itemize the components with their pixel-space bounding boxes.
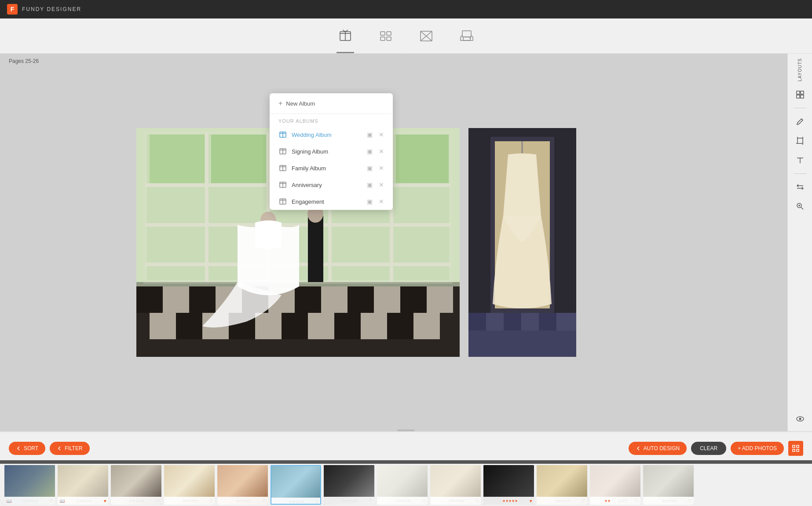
grid-view-btn[interactable] xyxy=(788,441,803,456)
heart-10[interactable]: ♥ xyxy=(530,499,532,503)
thumb-meta-1: 📖 ☆☆☆☆☆ ♡ xyxy=(4,497,55,505)
stars-10: ★★★★★ xyxy=(502,499,518,503)
heart-12[interactable]: ♡ xyxy=(635,499,639,503)
svg-rect-23 xyxy=(295,286,321,313)
thumb-inner-6 xyxy=(271,466,320,498)
add-photos-btn[interactable]: + ADD PHOTOS xyxy=(731,442,784,455)
text-tool[interactable] xyxy=(792,152,808,168)
album-close-family[interactable]: ✕ xyxy=(379,165,384,172)
album-item-engagement[interactable]: Engagement ▣ ✕ xyxy=(270,193,393,210)
svg-rect-30 xyxy=(176,313,202,339)
thumb-inner-7 xyxy=(324,465,374,497)
photo-thumb-3[interactable]: 📖 ☆☆☆☆☆ ♡ xyxy=(111,465,161,505)
album-name-engagement: Engagement xyxy=(292,198,362,205)
stars-13: ☆☆☆☆☆ xyxy=(662,499,677,503)
bottom-controls: SORT FILTER AUTO DESIGN CLEAR + ADD PHOT… xyxy=(0,436,812,460)
svg-line-8 xyxy=(421,31,426,36)
sort-label: SORT xyxy=(24,445,38,451)
album-name-family: Family Album xyxy=(292,165,362,172)
edit-tool[interactable] xyxy=(792,114,808,129)
drag-handle[interactable] xyxy=(397,429,415,431)
album-item-signing[interactable]: Signing Album ▣ ✕ xyxy=(270,143,393,160)
photo-thumb-10[interactable]: 📖 ★★★★★ ♥ xyxy=(483,465,534,505)
thumb-inner-10 xyxy=(483,465,534,497)
album-close-signing[interactable]: ✕ xyxy=(379,148,384,155)
photo-thumb-8[interactable]: 📖 ☆☆☆☆☆ ♡ xyxy=(377,465,428,505)
heart-9[interactable]: ♡ xyxy=(475,499,479,503)
grid-icon xyxy=(792,445,799,452)
dropdown-arrow xyxy=(402,49,410,54)
chevron-left-auto xyxy=(636,446,641,451)
clear-label: CLEAR xyxy=(700,445,717,451)
heart-13[interactable]: ♡ xyxy=(688,499,692,503)
thumb-meta-13: 📖 ☆☆☆☆☆ ♡ xyxy=(643,497,694,505)
zoom-tool[interactable] xyxy=(792,198,808,214)
photo-thumb-7[interactable]: 📖 ☆☆☆☆☆ ♡ xyxy=(324,465,374,505)
heart-11[interactable]: ♡ xyxy=(582,499,585,503)
photo-thumb-5[interactable]: 📖 ☆☆☆☆☆ ♡ xyxy=(217,465,268,505)
toolbar-proof[interactable] xyxy=(419,29,433,43)
heart-3[interactable]: ♡ xyxy=(156,499,160,503)
spread xyxy=(136,128,651,357)
thumb-inner-3 xyxy=(111,465,161,497)
photo-strip: 📖 ☆☆☆☆☆ ♡ 📖 ☆☆☆☆☆ ♥ 📖 ☆☆☆☆☆ ♡ xyxy=(0,464,812,506)
heart-1[interactable]: ♡ xyxy=(49,499,53,503)
dropdown-menu: + New Album Your Albums Wedding Album ▣ … xyxy=(270,93,393,210)
svg-rect-53 xyxy=(396,135,449,183)
toolbar-print[interactable] xyxy=(460,29,474,43)
album-copy-signing[interactable]: ▣ xyxy=(367,148,373,155)
svg-rect-39 xyxy=(413,313,440,339)
svg-rect-34 xyxy=(282,313,308,339)
heart-2[interactable]: ♥ xyxy=(104,499,106,503)
page-right[interactable] xyxy=(468,128,576,357)
album-icon-engagement xyxy=(278,197,287,206)
album-copy-anniversary[interactable]: ▣ xyxy=(367,181,373,188)
stars-2: ☆☆☆☆☆ xyxy=(77,499,92,503)
photo-thumb-12[interactable]: 📖 ★★☆☆☆ ♡ xyxy=(590,465,640,505)
album-copy-family[interactable]: ▣ xyxy=(367,165,373,172)
heart-6[interactable]: ♡ xyxy=(315,499,318,504)
photo-thumb-4[interactable]: 📖 ☆☆☆☆☆ ♡ xyxy=(164,465,215,505)
toolbar-design[interactable] xyxy=(379,29,393,43)
filter-btn[interactable]: FILTER xyxy=(50,442,89,455)
photo-thumb-11[interactable]: 📖 ☆☆☆☆☆ ♡ xyxy=(537,465,587,505)
sort-btn[interactable]: SORT xyxy=(9,442,45,455)
album-item-anniversary[interactable]: Anniversary ▣ ✕ xyxy=(270,176,393,193)
thumb-meta-7: 📖 ☆☆☆☆☆ ♡ xyxy=(324,497,374,505)
svg-rect-73 xyxy=(797,138,803,143)
photo-thumb-13[interactable]: 📖 ☆☆☆☆☆ ♡ xyxy=(643,465,694,505)
new-album-btn[interactable]: + New Album xyxy=(270,93,393,114)
album-icon-wedding xyxy=(278,130,287,139)
album-item-wedding[interactable]: Wedding Album ▣ ✕ xyxy=(270,126,393,143)
album-close-anniversary[interactable]: ✕ xyxy=(379,181,384,188)
album-copy-wedding[interactable]: ▣ xyxy=(367,131,373,138)
swap-tool[interactable] xyxy=(792,179,808,195)
photo-thumb-1[interactable]: 📖 ☆☆☆☆☆ ♡ xyxy=(4,465,55,505)
svg-rect-66 xyxy=(539,313,556,330)
toolbar-album[interactable] xyxy=(338,29,352,43)
album-copy-engagement[interactable]: ▣ xyxy=(367,198,373,205)
stars-4: ☆☆☆☆☆ xyxy=(183,499,198,503)
album-item-family[interactable]: Family Album ▣ ✕ xyxy=(270,160,393,176)
crop-tool[interactable] xyxy=(792,133,808,149)
heart-8[interactable]: ♡ xyxy=(422,499,426,503)
auto-design-btn[interactable]: AUTO DESIGN xyxy=(629,442,687,455)
thumb-meta-5: 📖 ☆☆☆☆☆ ♡ xyxy=(217,497,268,505)
photo-thumb-9[interactable]: 📖 ☆☆☆☆☆ ♡ xyxy=(430,465,481,505)
thumb-inner-2 xyxy=(58,465,108,497)
heart-7[interactable]: ♡ xyxy=(369,499,373,503)
photo-thumb-6[interactable]: 📖 ☆☆☆☆☆ ♡ xyxy=(271,465,321,505)
album-close-wedding[interactable]: ✕ xyxy=(379,131,384,138)
your-albums-label: Your Albums xyxy=(270,114,393,126)
photo-thumb-2[interactable]: 📖 ☆☆☆☆☆ ♥ xyxy=(58,465,108,505)
filter-label: FILTER xyxy=(65,445,82,451)
svg-rect-102 xyxy=(797,445,799,447)
clear-btn[interactable]: CLEAR xyxy=(691,442,726,455)
heart-4[interactable]: ♡ xyxy=(209,499,213,503)
stars-3: ☆☆☆☆☆ xyxy=(129,499,145,503)
album-close-engagement[interactable]: ✕ xyxy=(379,198,384,205)
layouts-tool[interactable] xyxy=(792,87,808,103)
plus-icon: + xyxy=(278,99,282,107)
heart-5[interactable]: ♡ xyxy=(262,499,266,503)
preview-tool[interactable] xyxy=(792,411,808,427)
